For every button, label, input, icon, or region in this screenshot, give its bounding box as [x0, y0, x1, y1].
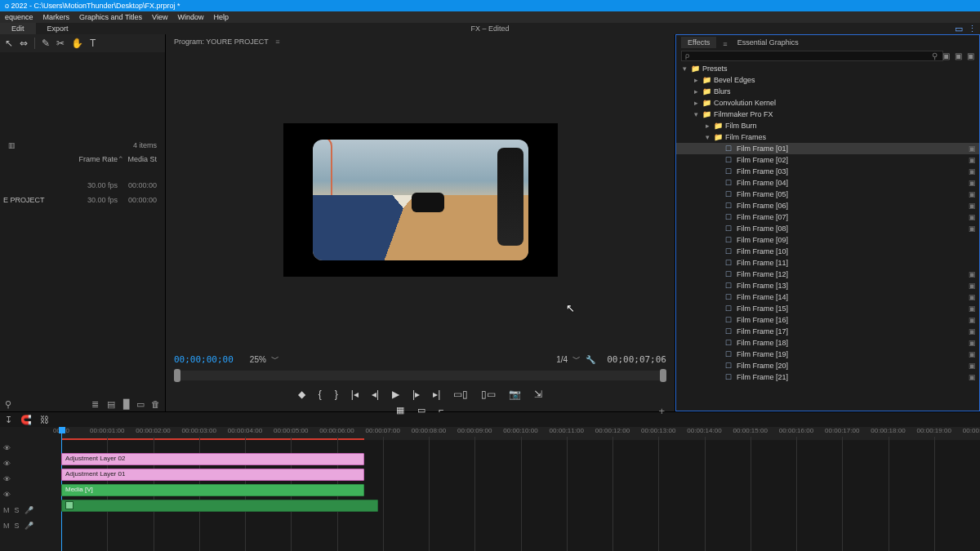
pen-tool-icon[interactable]: ✎	[42, 38, 50, 49]
workspace-edit[interactable]: Edit	[0, 23, 36, 34]
menu-sequence[interactable]: equence	[5, 13, 33, 21]
tree-preset[interactable]: ☐Film Frame [10]	[676, 246, 979, 257]
extract-icon[interactable]: ▯▭	[481, 389, 496, 400]
safe-margins-icon[interactable]: ▦	[396, 405, 404, 415]
tree-preset[interactable]: ☐Film Frame [21]▣	[676, 371, 979, 383]
workspace-icon[interactable]: ▭	[955, 24, 963, 34]
program-monitor[interactable]	[166, 49, 675, 351]
timeline-tracks[interactable]: 00:0000:00:01:0000:00:02:0000:00:03:0000…	[61, 427, 980, 551]
tree-folder[interactable]: ▸📁Blurs	[676, 86, 979, 97]
disclosure-icon[interactable]: ▾	[694, 110, 702, 118]
project-row[interactable]: 30.00 fps 00:00:00	[0, 178, 165, 193]
step-back-icon[interactable]: ◂|	[372, 389, 379, 400]
col-framerate[interactable]: Frame Rate	[67, 155, 118, 163]
tree-preset[interactable]: ☐Film Frame [03]▣	[676, 166, 979, 177]
tree-preset[interactable]: ☐Film Frame [16]▣	[676, 314, 979, 326]
tree-preset[interactable]: ☐Film Frame [14]▣	[676, 291, 979, 303]
workspace-overflow-icon[interactable]: ⋮	[968, 24, 977, 34]
snap-icon[interactable]: 🧲	[20, 415, 32, 425]
tree-presets[interactable]: ▾📁Presets	[676, 63, 979, 74]
playhead-tool-icon[interactable]: ↧	[5, 415, 12, 425]
clip-media-video[interactable]: Media [V]	[61, 484, 364, 496]
tree-folder[interactable]: ▾📁Filmmaker Pro FX	[676, 109, 979, 120]
tree-preset[interactable]: ☐Film Frame [06]▣	[676, 200, 979, 211]
menu-help[interactable]: Help	[213, 13, 229, 21]
wrench-icon[interactable]: 🔧	[586, 355, 595, 364]
razor-tool-icon[interactable]: ✂	[56, 38, 65, 49]
mute-button[interactable]: M	[3, 522, 10, 530]
fx-badge-icon[interactable]: ▣	[955, 51, 962, 60]
track-select-tool-icon[interactable]: ⇔	[20, 38, 28, 49]
project-row[interactable]: E PROJECT 30.00 fps 00:00:00	[0, 193, 165, 207]
tree-preset[interactable]: ☐Film Frame [08]▣	[676, 223, 979, 234]
disclosure-icon[interactable]: ▸	[694, 99, 702, 107]
panel-menu-icon[interactable]: ≡	[723, 40, 727, 48]
corner-icon[interactable]: ⌐	[439, 405, 443, 415]
go-to-in-icon[interactable]: |◂	[351, 389, 359, 400]
menu-window[interactable]: Window	[177, 13, 203, 21]
panel-menu-icon[interactable]: ≡	[275, 38, 279, 46]
list-view-icon[interactable]: ≣	[91, 399, 99, 410]
lift-icon[interactable]: ▭▯	[453, 389, 468, 400]
fx-badge-icon[interactable]: ▣	[967, 51, 974, 60]
hand-tool-icon[interactable]: ✋	[71, 38, 83, 49]
eye-icon[interactable]: 👁	[3, 491, 11, 499]
timecode-current[interactable]: 00;00;00;00	[174, 354, 234, 365]
scrub-handle-left[interactable]	[174, 369, 180, 382]
mark-in-icon[interactable]: {	[318, 389, 322, 400]
comparison-view-icon[interactable]: ⇲	[534, 389, 542, 400]
playback-resolution[interactable]: 1/4	[556, 355, 568, 364]
tree-preset[interactable]: ☐Film Frame [19]▣	[676, 349, 979, 360]
project-view-icon[interactable]: ▥	[8, 141, 16, 149]
sort-arrow-icon[interactable]: ⌃	[118, 155, 124, 163]
tree-preset[interactable]: ☐Film Frame [07]▣	[676, 211, 979, 223]
solo-button[interactable]: S	[15, 522, 20, 530]
mic-icon[interactable]: 🎤	[24, 506, 33, 514]
scrub-handle-right[interactable]	[660, 369, 666, 382]
tree-preset[interactable]: ☐Film Frame [05]▣	[676, 189, 979, 200]
link-icon[interactable]: ⛓	[40, 415, 49, 424]
chevron-down-icon[interactable]: ﹀	[572, 353, 581, 365]
tree-preset[interactable]: ☐Film Frame [13]▣	[676, 280, 979, 291]
clip-adjustment-2[interactable]: Adjustment Layer 02	[61, 453, 364, 465]
solo-button[interactable]: S	[15, 506, 20, 514]
eye-icon[interactable]: 👁	[3, 475, 11, 483]
tree-preset[interactable]: ☐Film Frame [17]▣	[676, 326, 979, 337]
disclosure-icon[interactable]: ▸	[694, 76, 702, 84]
disclosure-icon[interactable]: ▾	[706, 133, 714, 141]
tree-preset[interactable]: ☐Film Frame [09]	[676, 234, 979, 246]
eye-icon[interactable]: 👁	[3, 444, 11, 452]
fx-badge-icon[interactable]: ▣	[942, 51, 950, 60]
tree-preset[interactable]: ☐Film Frame [15]▣	[676, 303, 979, 314]
trash-icon[interactable]: 🗑	[151, 399, 160, 410]
mic-icon[interactable]: 🎤	[24, 522, 33, 530]
tree-preset[interactable]: ☐Film Frame [02]▣	[676, 154, 979, 166]
freeform-view-icon[interactable]: ▤	[107, 399, 115, 410]
tree-preset[interactable]: ☐Film Frame [20]▣	[676, 360, 979, 371]
add-marker-icon[interactable]: ◆	[298, 389, 305, 400]
tree-folder[interactable]: ▸📁Convolution Kernel	[676, 97, 979, 109]
new-bin-icon[interactable]: ▉	[123, 399, 130, 410]
button-editor-icon[interactable]: +	[658, 405, 665, 417]
tree-preset[interactable]: ☐Film Frame [18]▣	[676, 337, 979, 349]
disclosure-icon[interactable]: ▸	[706, 122, 714, 130]
go-to-out-icon[interactable]: ▸|	[433, 389, 440, 400]
type-tool-icon[interactable]: T	[90, 38, 96, 49]
play-icon[interactable]: ▶	[392, 389, 399, 400]
menu-graphics[interactable]: Graphics and Titles	[79, 13, 142, 21]
menu-markers[interactable]: Markers	[43, 13, 70, 21]
tree-preset[interactable]: ☐Film Frame [04]▣	[676, 177, 979, 189]
step-forward-icon[interactable]: |▸	[412, 389, 420, 400]
workspace-export[interactable]: Export	[36, 23, 80, 34]
clip-media-audio[interactable]	[61, 500, 378, 512]
clip-adjustment-1[interactable]: Adjustment Layer 01	[61, 469, 364, 481]
eye-icon[interactable]: 👁	[3, 460, 11, 468]
disclosure-icon[interactable]: ▾	[683, 64, 691, 73]
crop-icon[interactable]: ▭	[417, 405, 425, 415]
effects-search-input[interactable]	[681, 51, 943, 61]
zoom-level[interactable]: 25%	[250, 355, 266, 364]
export-frame-icon[interactable]: 📷	[509, 389, 521, 400]
tab-essential-graphics[interactable]: Essential Graphics	[731, 37, 805, 48]
tree-folder[interactable]: ▸📁Bevel Edges	[676, 74, 979, 86]
tree-preset[interactable]: ☐Film Frame [01]▣	[676, 143, 979, 154]
